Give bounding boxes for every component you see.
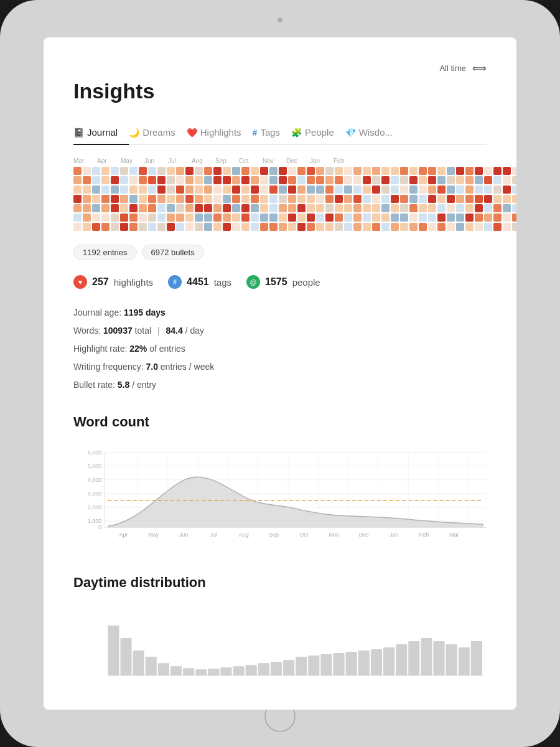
svg-rect-422	[334, 653, 345, 675]
svg-rect-66	[157, 195, 166, 203]
svg-rect-36	[120, 176, 128, 184]
tab-wisdom[interactable]: 💎 Wisdo...	[345, 121, 404, 145]
svg-rect-133	[251, 167, 259, 175]
tab-highlights-label: Highlights	[200, 127, 241, 138]
svg-rect-30	[111, 186, 119, 194]
svg-rect-154	[279, 167, 287, 175]
svg-rect-225	[372, 176, 380, 184]
svg-rect-273	[437, 167, 446, 175]
svg-rect-407	[146, 657, 157, 675]
svg-rect-279	[437, 223, 446, 231]
svg-rect-194	[325, 214, 334, 222]
svg-rect-70	[167, 167, 175, 175]
svg-rect-309	[484, 176, 492, 184]
svg-text:3,000: 3,000	[88, 491, 102, 497]
svg-rect-256	[409, 204, 418, 212]
svg-rect-305	[475, 204, 483, 212]
svg-rect-169	[297, 176, 306, 184]
svg-rect-58	[148, 186, 156, 194]
svg-rect-180	[307, 214, 315, 222]
svg-rect-312	[484, 204, 492, 212]
svg-rect-166	[288, 214, 296, 222]
svg-rect-254	[409, 186, 418, 194]
month-aug: Aug	[192, 157, 215, 164]
svg-rect-110	[213, 214, 222, 222]
month-jun: Jun	[144, 157, 168, 164]
heatmap-grid	[73, 167, 516, 232]
svg-rect-209	[344, 223, 352, 231]
people-stat: @ 1575 people	[246, 275, 320, 289]
highlights-label: highlights	[114, 277, 153, 288]
svg-rect-316	[493, 176, 502, 184]
svg-rect-64	[157, 176, 166, 184]
svg-rect-14	[92, 167, 100, 175]
svg-rect-171	[297, 195, 306, 203]
svg-rect-327	[503, 214, 511, 222]
time-filter-label[interactable]: All time	[439, 63, 466, 73]
svg-rect-74	[167, 204, 175, 212]
svg-rect-265	[419, 223, 427, 231]
expand-icon[interactable]: ⟺	[472, 62, 487, 74]
journal-age-row: Journal age: 1195 days	[73, 306, 487, 319]
svg-rect-216	[353, 223, 362, 231]
svg-rect-157	[279, 195, 287, 203]
svg-rect-323	[503, 176, 511, 184]
svg-text:4,000: 4,000	[88, 477, 102, 483]
svg-rect-12	[83, 214, 91, 222]
svg-rect-268	[428, 186, 436, 194]
svg-rect-32	[111, 204, 119, 212]
svg-rect-212	[353, 186, 362, 194]
svg-rect-111	[213, 223, 222, 231]
svg-rect-97	[195, 223, 203, 231]
svg-rect-181	[307, 223, 315, 231]
svg-rect-258	[409, 223, 418, 231]
svg-rect-19	[92, 214, 100, 222]
svg-rect-285	[447, 214, 455, 222]
tab-people-label: People	[305, 127, 334, 138]
svg-rect-416	[258, 663, 269, 675]
svg-rect-404	[108, 626, 119, 675]
svg-rect-156	[279, 186, 287, 194]
svg-rect-90	[185, 223, 194, 231]
svg-rect-293	[456, 223, 464, 231]
svg-rect-5	[73, 214, 82, 222]
svg-rect-276	[437, 195, 446, 203]
svg-text:Sep: Sep	[269, 532, 279, 538]
svg-rect-46	[129, 204, 138, 212]
svg-rect-106	[213, 176, 222, 184]
tab-journal[interactable]: 📓 Journal	[73, 121, 129, 145]
svg-rect-144	[260, 204, 268, 212]
svg-rect-161	[288, 167, 296, 175]
svg-rect-257	[409, 214, 418, 222]
svg-rect-315	[493, 167, 502, 175]
svg-rect-334	[512, 214, 516, 222]
svg-rect-59	[148, 195, 156, 203]
svg-rect-131	[241, 214, 250, 222]
svg-text:Jun: Jun	[179, 532, 189, 538]
svg-rect-251	[400, 223, 408, 231]
tab-tags[interactable]: # Tags	[253, 121, 291, 145]
svg-rect-295	[465, 176, 474, 184]
svg-rect-122	[232, 195, 240, 203]
svg-rect-425	[371, 649, 382, 675]
page-title: Insights	[73, 79, 487, 103]
tab-highlights[interactable]: ❤️ Highlights	[187, 121, 253, 145]
svg-rect-186	[316, 204, 324, 212]
svg-rect-115	[223, 195, 231, 203]
svg-rect-310	[484, 186, 492, 194]
svg-rect-319	[493, 204, 502, 212]
svg-rect-320	[493, 214, 502, 222]
bullets-pill-label: 6972 bullets	[151, 248, 195, 257]
svg-rect-136	[251, 195, 259, 203]
tab-people[interactable]: 🧩 People	[291, 121, 345, 145]
svg-rect-174	[297, 223, 306, 231]
highlights-stat: ♥ 257 highlights	[73, 275, 153, 289]
tab-dreams[interactable]: 🌙 Dreams	[129, 121, 187, 145]
svg-rect-417	[271, 662, 282, 675]
svg-rect-201	[335, 214, 343, 222]
svg-rect-128	[241, 186, 250, 194]
svg-rect-149	[269, 186, 278, 194]
svg-rect-431	[446, 644, 457, 675]
svg-rect-281	[447, 176, 455, 184]
svg-rect-242	[391, 204, 399, 212]
